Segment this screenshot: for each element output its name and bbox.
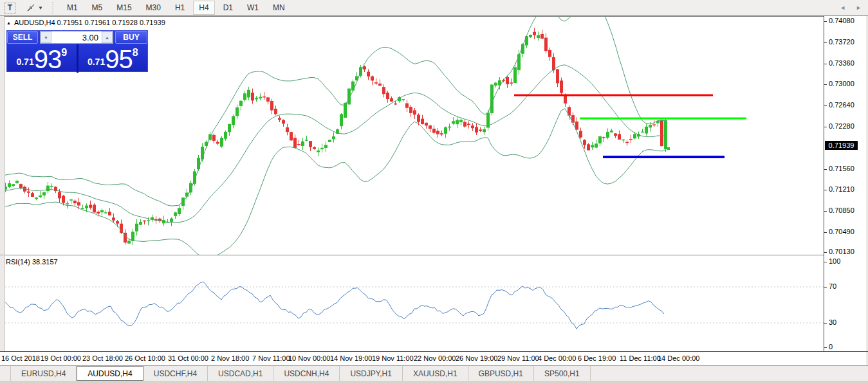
bollinger-middle-band [5, 65, 665, 223]
sell-price-pip: 9 [61, 47, 67, 59]
time-axis-label: 14 Nov 19:00 [330, 354, 372, 362]
timeframe-button-m30[interactable]: M30 [140, 1, 167, 15]
symbol-ohlc-text: AUDUSD,H4 0.71951 0.71961 0.71928 0.7193… [14, 19, 165, 26]
time-axis-label: 22 Nov 00:00 [414, 354, 456, 362]
axis-tick [824, 287, 827, 288]
timeframe-button-m15[interactable]: M15 [111, 1, 137, 15]
timeframe-button-m5[interactable]: M5 [86, 1, 109, 15]
current-price-marker [667, 147, 670, 150]
axis-tick [824, 21, 827, 22]
price-axis-label: 0.70130 [829, 248, 854, 255]
axis-tick [824, 190, 827, 190]
time-axis-label: 2 Nov 18:00 [211, 354, 249, 362]
axis-tick [824, 169, 827, 170]
tab-scroll-left-icon[interactable]: ◄ [840, 5, 845, 11]
time-axis-label: 4 Dec 00:00 [538, 354, 576, 362]
sell-price-big: 93 [34, 49, 62, 70]
time-axis-label: 19 Nov 11:00 [372, 354, 414, 362]
time-axis-label: 26 Oct 10:00 [125, 354, 165, 362]
sell-price[interactable]: 0.71 93 9 [7, 44, 77, 73]
chevron-down-icon: ▼ [38, 5, 43, 11]
timeframe-button-d1[interactable]: D1 [217, 1, 239, 15]
sell-price-prefix: 0.71 [16, 57, 33, 67]
price-axis-label: 0.70850 [829, 206, 854, 214]
time-axis-label: 26 Nov 19:00 [456, 354, 497, 362]
volume-input[interactable] [51, 32, 102, 43]
volume-decrease-button[interactable]: ▼ [41, 32, 51, 43]
price-axis[interactable]: 0.740800.737200.733600.730000.726400.722… [824, 16, 866, 351]
axis-tick [824, 127, 827, 127]
current-price-tag: 0.71939 [825, 141, 858, 150]
arrows-tool-button[interactable]: ▼ [24, 1, 45, 15]
tab-scroll-controls: ◄ ► [840, 0, 862, 15]
time-axis-label: 23 Oct 18:00 [82, 354, 123, 362]
rsi-value-label: RSI(14) 38.3157 [6, 258, 58, 266]
price-axis-label: 0.73720 [829, 38, 854, 46]
price-axis-label: 0.73360 [829, 59, 854, 67]
price-axis-label: 0.72640 [829, 101, 854, 109]
tab-xauusd-h1[interactable]: XAUUSD,H1 [403, 366, 468, 381]
price-axis-label: 0.72280 [829, 122, 854, 130]
bollinger-lower-band [5, 109, 665, 256]
tab-gbpusd-h1[interactable]: GBPUSD,H1 [468, 366, 534, 381]
timeframe-button-h4[interactable]: H4 [193, 1, 214, 15]
timeframe-button-h1[interactable]: H1 [169, 1, 190, 15]
axis-tick [824, 323, 827, 324]
axis-tick [824, 211, 827, 212]
toolbar: T ▼ M1M5M15M30H1H4D1W1MN [0, 0, 868, 16]
axis-tick [824, 105, 827, 106]
rsi-axis-label: 30 [829, 318, 836, 326]
rsi-line [5, 282, 664, 329]
tab-usdcad-h1[interactable]: USDCAD,H1 [208, 366, 273, 381]
rsi-axis-label: 0 [829, 343, 833, 351]
axis-tick [824, 64, 827, 64]
buy-price[interactable]: 0.71 95 8 [78, 44, 148, 73]
time-axis-label: 29 Nov 11:00 [497, 354, 539, 362]
timeframe-buttons: M1M5M15M30H1H4D1W1MN [60, 1, 292, 15]
price-axis-label: 0.71560 [829, 165, 854, 172]
time-axis-label: 6 Dec 19:00 [578, 354, 616, 362]
timeframe-button-mn[interactable]: MN [267, 1, 291, 15]
chart-ohlc-title: ▲ AUDUSD,H4 0.71951 0.71961 0.71928 0.71… [6, 19, 165, 26]
timeframe-button-m1[interactable]: M1 [61, 1, 84, 15]
axis-tick [824, 347, 827, 348]
rsi-indicator-pane[interactable] [5, 256, 824, 351]
tab-usdcnh-h4[interactable]: USDCNH,H4 [273, 366, 340, 381]
text-tool-button[interactable]: T [3, 1, 17, 15]
tab-scroll-right-icon[interactable]: ► [856, 5, 862, 11]
rsi-axis-label: 100 [829, 257, 840, 265]
time-axis-label: 7 Nov 11:00 [252, 354, 290, 362]
buy-price-big: 95 [105, 49, 133, 70]
window-frame-left [0, 16, 5, 351]
time-axis-label: 14 Dec 00:00 [658, 354, 699, 362]
time-axis-label: 10 Nov 00:00 [288, 354, 330, 362]
tab-sp500-h1[interactable]: SP500,H1 [534, 366, 591, 381]
time-axis[interactable]: 16 Oct 201819 Oct 00:0023 Oct 18:0026 Oc… [0, 352, 824, 365]
status-strip [0, 381, 868, 384]
toolbar-grip[interactable] [51, 2, 55, 14]
price-axis-label: 0.73000 [829, 80, 854, 87]
price-axis-label: 0.71210 [829, 185, 854, 193]
arrows-tool-icon [26, 3, 36, 13]
axis-tick [824, 252, 827, 253]
tab-eurusd-h4[interactable]: EURUSD,H4 [10, 366, 77, 381]
tab-usdjpy-h1[interactable]: USDJPY,H1 [340, 366, 402, 381]
text-tool-icon: T [5, 3, 15, 14]
buy-price-pip: 8 [133, 47, 138, 59]
tab-audusd-h4[interactable]: AUDUSD,H4 [77, 366, 143, 381]
volume-control: ▼ ▲ [40, 31, 113, 44]
sell-button[interactable]: SELL [7, 31, 38, 44]
timeframe-button-w1[interactable]: W1 [241, 1, 264, 15]
chart-tab-bar: EURUSD,H4AUDUSD,H4USDCHF,H4USDCAD,H1USDC… [0, 365, 868, 381]
axis-tick [824, 84, 827, 85]
rsi-axis-label: 70 [829, 282, 836, 290]
buy-price-prefix: 0.71 [88, 57, 105, 67]
time-axis-label: 31 Oct 00:00 [168, 354, 208, 362]
time-axis-label: 19 Oct 00:00 [41, 354, 81, 362]
tab-usdchf-h4[interactable]: USDCHF,H4 [143, 366, 208, 381]
price-axis-label: 0.70490 [829, 228, 854, 235]
one-click-trading-panel: SELL ▼ ▲ BUY 0.71 93 9 0.71 95 8 [6, 30, 148, 72]
buy-button[interactable]: BUY [115, 31, 147, 44]
volume-increase-button[interactable]: ▲ [102, 32, 113, 43]
time-axis-label: 11 Dec 11:00 [620, 354, 661, 362]
